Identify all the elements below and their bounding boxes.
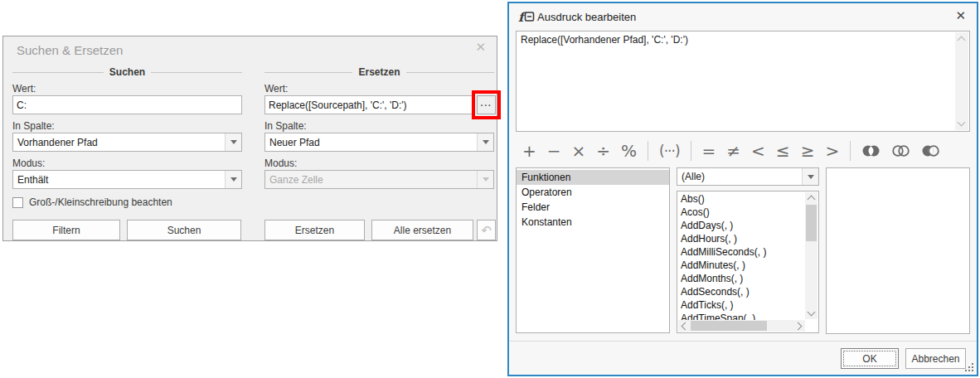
set-intersect-icon[interactable] [921, 144, 940, 158]
ok-button-label: OK [843, 351, 896, 366]
scroll-up-icon[interactable] [807, 196, 815, 204]
parentheses-button[interactable]: (···) [659, 144, 679, 158]
scroll-right-icon[interactable] [794, 322, 803, 330]
expression-dialog-titlebar: f Ausdruck bearbeiten ✕ [509, 3, 977, 30]
set-difference-icon[interactable] [861, 144, 881, 158]
operator-toolbar: + − × ÷ % (···) = ≠ < ≤ ≥ > [516, 136, 973, 166]
desktop-background: Suchen & Ersetzen ✕ Suchen Wert: In Spal… [0, 0, 980, 378]
search-replace-dialog: Suchen & Ersetzen ✕ Suchen Wert: In Spal… [2, 36, 497, 241]
function-list-item[interactable]: AddMilliSeconds(, ) [677, 245, 804, 259]
function-list-items: Abs() Acos() AddDays(, ) AddHours(, ) Ad… [677, 192, 804, 325]
highlight-box [472, 90, 501, 119]
search-mode-value: Enthält [17, 174, 48, 186]
chevron-down-icon [477, 171, 493, 188]
replace-column-dropdown[interactable]: Neuer Pfad [264, 133, 494, 152]
toolbar-separator [850, 141, 851, 161]
replace-mode-label: Modus: [264, 158, 297, 169]
chevron-down-icon[interactable] [225, 171, 241, 188]
expression-scrollbar[interactable] [955, 32, 968, 130]
plus-operator-button[interactable]: + [522, 143, 536, 159]
search-replace-dialog-title: Suchen & Ersetzen [17, 43, 123, 57]
search-column-value: Vorhandener Pfad [17, 137, 98, 148]
scroll-left-icon[interactable] [682, 322, 690, 330]
expression-dialog-title: Ausdruck bearbeiten [537, 11, 636, 23]
search-mode-label: Modus: [12, 158, 45, 169]
search-column-label: In Spalte: [12, 120, 55, 132]
function-list-hscrollbar[interactable] [678, 320, 805, 332]
function-list-item[interactable]: AddMonths(, ) [677, 272, 804, 285]
search-group-label: Suchen [104, 66, 151, 78]
divider-line [406, 72, 494, 73]
chevron-down-icon[interactable] [225, 133, 241, 151]
divide-operator-button[interactable]: ÷ [596, 143, 610, 159]
close-icon[interactable]: ✕ [955, 10, 966, 22]
undo-icon[interactable]: ↶ [477, 220, 496, 240]
scroll-up-icon[interactable] [958, 36, 966, 45]
category-item-operatoren[interactable]: Operatoren [517, 185, 669, 200]
function-icon: f [518, 10, 535, 24]
replace-all-button[interactable]: Alle ersetzen [371, 220, 473, 240]
expression-textarea[interactable]: Replace([Vorhandener Pfad], 'C:', 'D:') [516, 31, 970, 132]
description-panel [826, 167, 970, 334]
search-mode-dropdown[interactable]: Enthält [12, 170, 242, 189]
category-item-felder[interactable]: Felder [517, 200, 669, 215]
expression-text: Replace([Vorhandener Pfad], 'C:', 'D:') [521, 34, 951, 46]
function-filter-value: (Alle) [682, 171, 705, 182]
search-value-input[interactable] [12, 95, 242, 114]
category-item-funktionen[interactable]: Funktionen [517, 170, 669, 185]
footer-separator [509, 341, 977, 342]
replace-group-label: Ersetzen [352, 66, 405, 78]
less-than-operator-button[interactable]: < [751, 143, 765, 159]
divider-line [264, 72, 352, 73]
divider-line [151, 72, 242, 73]
ok-button[interactable]: OK [841, 348, 899, 369]
resize-grip-icon[interactable] [965, 363, 974, 372]
chevron-down-icon[interactable] [802, 168, 818, 185]
case-sensitive-label: Groß-/Kleinschreibung beachten [29, 196, 172, 208]
expression-editor-dialog: f Ausdruck bearbeiten ✕ Replace([Vorhand… [507, 2, 978, 376]
scrollbar-thumb[interactable] [806, 205, 817, 241]
function-list-item[interactable]: AddTicks(, ) [677, 298, 804, 312]
equals-operator-button[interactable]: = [702, 143, 716, 159]
search-group-header: Suchen [12, 66, 242, 78]
less-equal-operator-button[interactable]: ≤ [776, 143, 790, 159]
function-list-item[interactable]: AddDays(, ) [677, 219, 804, 232]
search-value-label: Wert: [12, 83, 36, 94]
multiply-operator-button[interactable]: × [572, 143, 586, 159]
function-list-vscrollbar[interactable] [805, 192, 817, 319]
function-list-item[interactable]: Acos() [677, 206, 804, 219]
search-button[interactable]: Suchen [127, 220, 241, 240]
scroll-down-icon[interactable] [807, 308, 815, 317]
filter-button[interactable]: Filtern [12, 220, 120, 240]
search-column-dropdown[interactable]: Vorhandener Pfad [12, 133, 242, 152]
toolbar-separator [691, 141, 691, 161]
replace-column-value: Neuer Pfad [269, 137, 320, 148]
scroll-down-icon[interactable] [958, 119, 966, 127]
modulo-operator-button[interactable]: % [621, 143, 637, 159]
greater-than-operator-button[interactable]: > [825, 143, 839, 159]
cancel-button[interactable]: Abbrechen [905, 348, 966, 369]
toolbar-separator [648, 141, 648, 161]
minus-operator-button[interactable]: − [547, 143, 561, 159]
function-list-item[interactable]: AddMinutes(, ) [677, 259, 804, 272]
replace-value-label: Wert: [264, 83, 288, 94]
category-list: Funktionen Operatoren Felder Konstanten [516, 167, 670, 333]
case-sensitive-checkbox[interactable] [12, 197, 23, 208]
replace-mode-dropdown: Ganze Zelle [264, 170, 494, 189]
function-list-item[interactable]: AddSeconds(, ) [677, 285, 804, 298]
category-item-konstanten[interactable]: Konstanten [517, 215, 669, 230]
function-filter-dropdown[interactable]: (Alle) [677, 167, 819, 186]
replace-group-header: Ersetzen [264, 66, 494, 78]
close-icon[interactable]: ✕ [475, 41, 486, 54]
case-sensitive-checkbox-row[interactable]: Groß-/Kleinschreibung beachten [12, 196, 172, 208]
greater-equal-operator-button[interactable]: ≥ [801, 143, 815, 159]
replace-value-input[interactable] [264, 95, 473, 114]
replace-button[interactable]: Ersetzen [264, 220, 365, 240]
scrollbar-thumb[interactable] [691, 321, 767, 331]
set-union-icon[interactable] [891, 144, 910, 158]
replace-mode-value: Ganze Zelle [269, 174, 323, 186]
function-list-item[interactable]: AddHours(, ) [677, 232, 804, 245]
not-equals-operator-button[interactable]: ≠ [726, 143, 740, 159]
chevron-down-icon[interactable] [477, 133, 493, 151]
function-list-item[interactable]: Abs() [677, 192, 804, 206]
